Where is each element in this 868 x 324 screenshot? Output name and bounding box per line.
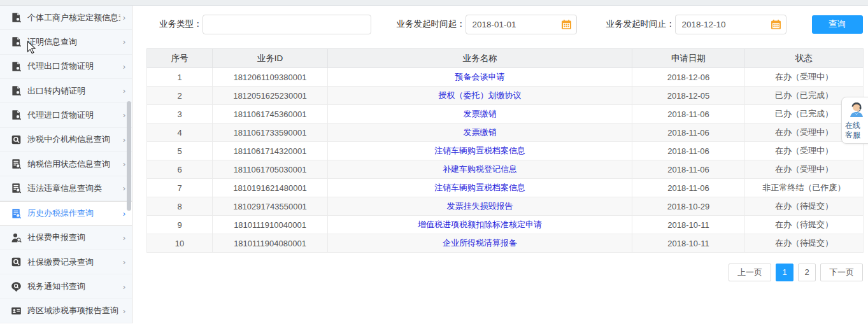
- sidebar-item-label: 代理进口货物证明: [27, 109, 120, 121]
- business-name-link[interactable]: 预备会谈申请: [455, 72, 505, 81]
- page-button-2[interactable]: 2: [798, 264, 816, 281]
- sidebar-item-10[interactable]: 社保费申报查询›: [0, 226, 132, 250]
- row-number-cell: 3: [147, 105, 213, 123]
- apply-date-cell: 2018-10-11: [632, 234, 745, 253]
- sidebar-item-2[interactable]: 证明信息查询›: [0, 30, 132, 54]
- business-name-link[interactable]: 注销车辆购置税档案信息: [434, 183, 525, 192]
- doc-search-icon: [11, 36, 22, 47]
- status-cell: 在办（受理中）: [745, 160, 864, 179]
- business-name-link[interactable]: 增值税进项税额扣除标准核定申请: [418, 220, 542, 229]
- business-name-cell: 注销车辆购置税档案信息: [328, 179, 632, 197]
- business-name-link[interactable]: 授权（委托）划缴协议: [439, 90, 522, 100]
- business-id-cell: 1811061745360001: [213, 105, 328, 123]
- business-type-label: 业务类型：: [159, 18, 203, 30]
- filter-bar: 业务类型： 业务发起时间起： 业务发起时间止：: [132, 6, 868, 43]
- business-name-cell: 注销车辆购置税档案信息: [328, 142, 632, 160]
- service-label-line1: 在线: [845, 121, 868, 130]
- sidebar-item-5[interactable]: 代理进口货物证明›: [0, 103, 132, 127]
- business-name-link[interactable]: 发票缴销: [464, 127, 497, 137]
- doc-search-icon: [11, 109, 22, 120]
- column-header: 状态: [745, 49, 864, 68]
- sidebar-item-9[interactable]: 历史办税操作查询›: [0, 201, 132, 226]
- page-button-1[interactable]: 1: [776, 264, 793, 281]
- row-number-cell: 4: [147, 123, 213, 142]
- chevron-right-icon: ›: [123, 62, 125, 71]
- apply-date-cell: 2018-12-05: [632, 87, 745, 105]
- business-name-cell: 预备会谈申请: [328, 68, 632, 87]
- card-search-icon: [11, 306, 22, 316]
- business-name-link[interactable]: 发票挂失损毁报告: [447, 201, 513, 211]
- sidebar-item-label: 纳税信用状态信息查询: [27, 158, 120, 170]
- sidebar-item-1[interactable]: 个体工商户核定定额信息查询›: [0, 6, 132, 30]
- page-layout: 个体工商户核定定额信息查询›证明信息查询›代理出口货物证明›出口转内销证明›代理…: [0, 6, 868, 323]
- sidebar-item-label: 代理出口货物证明: [27, 60, 120, 72]
- online-service-widget[interactable]: 在线 客服: [841, 97, 868, 144]
- service-label-line2: 客服: [845, 130, 868, 140]
- sidebar-item-11[interactable]: 社保缴费记录查询›: [0, 250, 132, 274]
- sidebar-item-6[interactable]: 涉税中介机构信息查询›: [0, 128, 132, 152]
- business-id-cell: 1810111904080001: [213, 234, 328, 253]
- list-search-icon: [11, 158, 22, 169]
- apply-date-cell: 2018-11-06: [632, 179, 745, 197]
- list-search-icon: [11, 183, 22, 194]
- row-number-cell: 2: [147, 87, 213, 105]
- business-name-link[interactable]: 发票缴销: [464, 109, 497, 118]
- results-table: 序号业务ID业务名称申请日期状态 11812061109380001预备会谈申请…: [146, 48, 864, 253]
- prev-page-button[interactable]: 上一页: [729, 264, 771, 281]
- square-search-icon: [11, 257, 22, 267]
- sidebar-item-12[interactable]: 税务通知书查询›: [0, 274, 132, 299]
- calendar-icon[interactable]: [561, 19, 572, 30]
- sidebar-scrollbar-thumb[interactable]: [127, 101, 131, 211]
- business-name-link[interactable]: 补建车购税登记信息: [443, 164, 517, 174]
- sidebar-item-8[interactable]: 违法违章信息查询类›: [0, 176, 132, 201]
- doc-search-icon: [11, 61, 22, 72]
- sidebar-item-13[interactable]: 跨区域涉税事项报告查询›: [0, 299, 132, 323]
- business-name-link[interactable]: 注销车辆购置税档案信息: [434, 146, 525, 155]
- search-button[interactable]: 查询: [812, 15, 863, 34]
- table-row: 61811061705030001补建车购税登记信息2018-11-06在办（受…: [147, 160, 864, 179]
- pagination: 上一页 12 下一页: [132, 264, 863, 281]
- main-content: 业务类型： 业务发起时间起： 业务发起时间止：: [132, 6, 868, 323]
- chevron-right-icon: ›: [123, 209, 125, 218]
- next-page-button[interactable]: 下一页: [820, 264, 863, 281]
- service-avatar: [848, 101, 868, 121]
- business-id-cell: 1810191621480001: [213, 179, 328, 197]
- table-row: 11812061109380001预备会谈申请2018-12-06在办（受理中）: [147, 68, 864, 87]
- chevron-right-icon: ›: [123, 306, 125, 316]
- start-date-picker[interactable]: [466, 15, 577, 34]
- sidebar-item-4[interactable]: 出口转内销证明›: [0, 79, 132, 103]
- column-header: 申请日期: [632, 49, 745, 68]
- sidebar-item-3[interactable]: 代理出口货物证明›: [0, 55, 132, 79]
- sidebar-item-label: 涉税中介机构信息查询: [27, 134, 120, 145]
- business-id-cell: 1810111910040001: [213, 216, 328, 234]
- end-date-label: 业务发起时间止：: [606, 18, 675, 30]
- sidebar-item-label: 税务通知书查询: [27, 281, 120, 292]
- table-header-row: 序号业务ID业务名称申请日期状态: [147, 49, 864, 68]
- sidebar-item-label: 个体工商户核定定额信息查询: [27, 12, 120, 24]
- business-type-input[interactable]: [203, 15, 371, 34]
- business-id-cell: 1811061714320001: [213, 142, 328, 160]
- business-name-cell: 增值税进项税额扣除标准核定申请: [328, 216, 632, 234]
- column-header: 序号: [147, 49, 213, 68]
- chevron-right-icon: ›: [123, 183, 125, 193]
- chevron-right-icon: ›: [123, 233, 125, 243]
- sidebar-item-7[interactable]: 纳税信用状态信息查询›: [0, 152, 132, 176]
- top-strip: [0, 0, 868, 6]
- row-number-cell: 10: [147, 234, 213, 253]
- row-number-cell: 1: [147, 68, 213, 87]
- business-name-cell: 补建车购税登记信息: [328, 160, 632, 179]
- business-name-cell: 授权（委托）划缴协议: [328, 87, 632, 105]
- business-name-link[interactable]: 企业所得税清算报备: [443, 238, 517, 248]
- start-date-input[interactable]: [473, 20, 559, 29]
- row-number-cell: 7: [147, 179, 213, 197]
- pin-search-icon: [11, 281, 22, 292]
- row-number-cell: 6: [147, 160, 213, 179]
- apply-date-cell: 2018-12-06: [632, 68, 745, 87]
- end-date-picker[interactable]: [675, 15, 786, 34]
- table-row: 81810291743550001发票挂失损毁报告2018-10-29在办（待提…: [147, 197, 864, 216]
- calendar-icon[interactable]: [771, 19, 781, 30]
- business-name-cell: 发票缴销: [328, 105, 632, 123]
- sidebar-item-label: 出口转内销证明: [27, 85, 120, 97]
- end-date-input[interactable]: [682, 20, 768, 29]
- sidebar-item-label: 跨区域涉税事项报告查询: [27, 305, 120, 316]
